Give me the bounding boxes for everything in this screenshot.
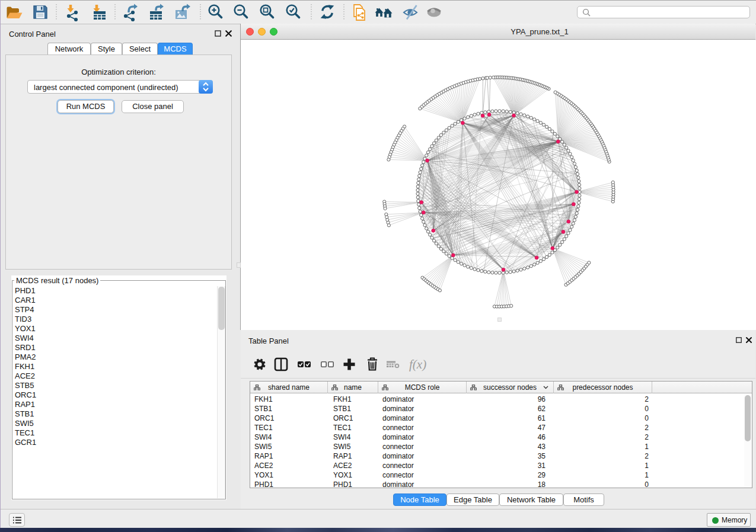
svg-text:f(x): f(x) [409, 357, 426, 371]
